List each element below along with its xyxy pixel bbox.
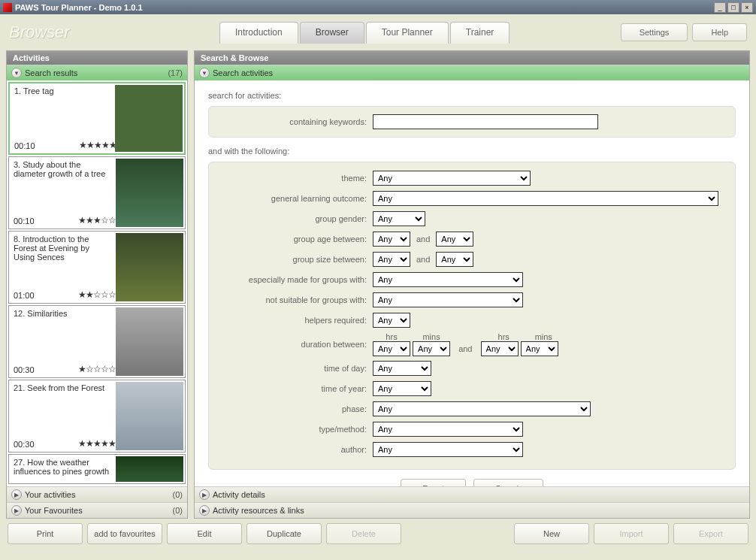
card-time: 00:30 (14, 365, 35, 374)
age-min-select[interactable]: Any (373, 232, 410, 247)
minimize-button[interactable]: _ (714, 2, 726, 13)
card-title: 1. Tree tag (14, 86, 109, 95)
author-select[interactable]: Any (373, 442, 523, 457)
result-card[interactable]: 1. Tree tag 00:10 ★★★★★ (8, 82, 186, 155)
phase-select[interactable]: Any (373, 401, 591, 416)
print-button[interactable]: Print (8, 523, 83, 544)
card-stars: ★★★★★ (79, 140, 116, 150)
your-activities-header[interactable]: ▶ Your activities (0) (7, 486, 187, 502)
your-favourites-count: (0) (173, 506, 183, 515)
card-time: 00:30 (14, 440, 35, 449)
window-title: PAWS Tour Planner - Demo 1.0.1 (15, 3, 143, 12)
duration-min-b-select[interactable]: Any (521, 341, 558, 356)
toy-label: time of year: (222, 384, 373, 393)
search-for-label: search for activities: (208, 91, 736, 100)
help-button[interactable]: Help (692, 23, 747, 41)
tab-trainer[interactable]: Trainer (450, 22, 510, 44)
tod-select[interactable]: Any (373, 361, 431, 376)
gender-label: group gender: (222, 214, 373, 223)
search-browse-panel: Search & Browse ▼ Search activities sear… (194, 50, 750, 519)
result-card[interactable]: 27. How the weather influences to pines … (8, 454, 186, 484)
card-time: 01:00 (14, 291, 35, 300)
glo-label: general learning outcome: (222, 194, 373, 203)
duration-min-a-select[interactable]: Any (413, 341, 450, 356)
tab-browser[interactable]: Browser (300, 22, 364, 44)
card-thumb (116, 456, 183, 482)
phase-label: phase: (222, 404, 373, 413)
size-max-select[interactable]: Any (436, 252, 473, 267)
gender-select[interactable]: Any (373, 211, 425, 226)
your-activities-count: (0) (173, 490, 183, 499)
activity-details-header[interactable]: ▶ Activity details (195, 486, 749, 502)
mins-header: mins (413, 332, 450, 341)
result-card[interactable]: 3. Study about the diameter growth of a … (8, 156, 186, 229)
chevron-down-icon: ▼ (11, 68, 22, 78)
size-min-select[interactable]: Any (373, 252, 410, 267)
search-results-header[interactable]: ▼ Search results (17) (7, 65, 187, 80)
result-card[interactable]: 21. Seek from the Forest 00:30 ★★★★★ (8, 380, 186, 453)
app-icon (3, 3, 12, 12)
keyword-label: containing keywords: (222, 117, 373, 126)
chevron-down-icon: ▼ (199, 68, 210, 78)
age-label: group age between: (222, 235, 373, 244)
title-bar: PAWS Tour Planner - Demo 1.0.1 _ □ × (0, 0, 756, 14)
your-favourites-header[interactable]: ▶ Your Favourites (0) (7, 502, 187, 518)
your-favourites-label: Your Favourites (25, 506, 83, 515)
chevron-right-icon: ▶ (199, 505, 210, 516)
age-max-select[interactable]: Any (436, 232, 473, 247)
search-activities-header[interactable]: ▼ Search activities (195, 65, 749, 80)
glo-select[interactable]: Any (373, 191, 718, 206)
card-title: 12. Similarities (14, 309, 110, 318)
results-list[interactable]: 1. Tree tag 00:10 ★★★★★ 3. Study about t… (7, 80, 187, 486)
edit-button[interactable]: Edit (167, 523, 242, 544)
maximize-button[interactable]: □ (727, 2, 739, 13)
helpers-select[interactable]: Any (373, 313, 410, 328)
notsuit-select[interactable]: Any (373, 292, 523, 307)
duration-hrs-a-select[interactable]: Any (373, 341, 410, 356)
duration-and: and (452, 344, 478, 353)
notsuit-label: not suitable for groups with: (222, 295, 373, 304)
card-title: 3. Study about the diameter growth of a … (14, 160, 110, 178)
card-stars: ★★★☆☆ (78, 215, 116, 226)
activities-panel: Activities ▼ Search results (17) 1. Tree… (6, 50, 188, 519)
age-and: and (410, 235, 436, 244)
add-to-favourites-button[interactable]: add to favourites (87, 523, 162, 544)
result-card[interactable]: 12. Similarities 00:30 ★☆☆☆☆ (8, 305, 186, 378)
theme-label: theme: (222, 174, 373, 183)
card-stars: ★★★★★ (78, 438, 116, 449)
tab-introduction[interactable]: Introduction (219, 22, 298, 44)
card-thumb (116, 382, 183, 450)
export-button: Export (673, 523, 748, 544)
reset-button[interactable]: Reset (401, 479, 466, 486)
theme-select[interactable]: Any (373, 171, 531, 186)
type-select[interactable]: Any (373, 422, 523, 437)
keyword-input[interactable] (373, 114, 598, 129)
toy-select[interactable]: Any (373, 381, 431, 396)
search-button[interactable]: Search (473, 479, 543, 486)
main: Activities ▼ Search results (17) 1. Tree… (0, 50, 756, 519)
chevron-right-icon: ▶ (11, 505, 22, 516)
activity-resources-header[interactable]: ▶ Activity resources & links (195, 502, 749, 518)
card-thumb (116, 159, 183, 227)
mins-header-2: mins (525, 332, 562, 341)
settings-button[interactable]: Settings (621, 23, 688, 41)
card-time: 00:10 (14, 141, 35, 150)
duplicate-button[interactable]: Duplicate (246, 523, 322, 544)
page-title: Browser (9, 23, 219, 42)
chevron-right-icon: ▶ (11, 489, 22, 500)
tab-tour-planner[interactable]: Tour Planner (366, 22, 449, 44)
new-button[interactable]: New (514, 523, 589, 544)
helpers-label: helpers required: (222, 316, 373, 325)
keyword-box: containing keywords: (208, 106, 736, 138)
duration-hrs-b-select[interactable]: Any (481, 341, 519, 356)
result-card[interactable]: 8. Introduction to the Forest at Evening… (8, 231, 186, 304)
card-thumb (115, 85, 183, 152)
close-button[interactable]: × (741, 2, 753, 13)
size-and: and (410, 255, 436, 264)
search-results-label: Search results (25, 68, 77, 77)
card-title: 27. How the weather influences to pines … (14, 458, 110, 476)
esp-select[interactable]: Any (373, 272, 523, 287)
activity-resources-label: Activity resources & links (213, 506, 304, 515)
duration-label: duration between: (222, 340, 373, 349)
delete-button: Delete (326, 523, 401, 544)
